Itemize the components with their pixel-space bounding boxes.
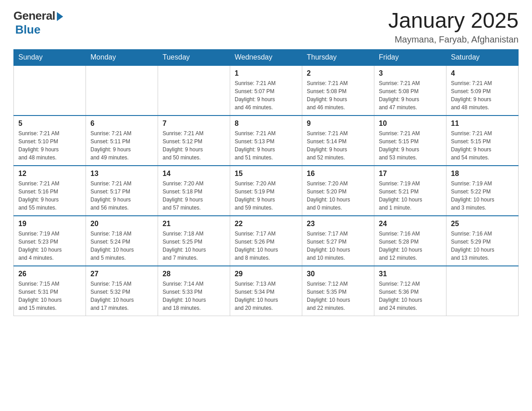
calendar-day-cell <box>14 65 86 116</box>
logo-general-text: General <box>13 9 55 23</box>
calendar-day-cell: 31Sunrise: 7:12 AMSunset: 5:36 PMDayligh… <box>374 266 446 316</box>
calendar-day-cell <box>86 65 158 116</box>
calendar-day-cell <box>446 266 519 316</box>
calendar-day-cell: 8Sunrise: 7:21 AMSunset: 5:13 PMDaylight… <box>230 116 302 166</box>
day-info: Sunrise: 7:15 AMSunset: 5:32 PMDaylight:… <box>90 280 153 312</box>
calendar-day-cell: 6Sunrise: 7:21 AMSunset: 5:11 PMDaylight… <box>86 116 158 166</box>
calendar-day-cell: 2Sunrise: 7:21 AMSunset: 5:08 PMDaylight… <box>302 65 374 116</box>
logo-arrow-icon <box>57 12 63 21</box>
day-number: 2 <box>307 69 369 77</box>
day-info: Sunrise: 7:12 AMSunset: 5:36 PMDaylight:… <box>379 280 442 312</box>
day-info: Sunrise: 7:16 AMSunset: 5:29 PMDaylight:… <box>451 230 514 262</box>
day-info: Sunrise: 7:19 AMSunset: 5:22 PMDaylight:… <box>451 180 514 212</box>
calendar-day-cell: 15Sunrise: 7:20 AMSunset: 5:19 PMDayligh… <box>230 166 302 216</box>
day-info: Sunrise: 7:21 AMSunset: 5:13 PMDaylight:… <box>235 129 297 162</box>
day-number: 30 <box>307 270 369 278</box>
day-info: Sunrise: 7:13 AMSunset: 5:34 PMDaylight:… <box>235 280 297 312</box>
calendar-day-header: Sunday <box>14 49 86 65</box>
calendar-day-cell: 13Sunrise: 7:21 AMSunset: 5:17 PMDayligh… <box>86 166 158 216</box>
calendar-week-row: 1Sunrise: 7:21 AMSunset: 5:07 PMDaylight… <box>14 65 519 116</box>
day-number: 10 <box>379 120 442 128</box>
day-number: 7 <box>163 120 225 128</box>
day-info: Sunrise: 7:15 AMSunset: 5:31 PMDaylight:… <box>18 280 81 312</box>
calendar-day-cell: 21Sunrise: 7:18 AMSunset: 5:25 PMDayligh… <box>158 216 230 266</box>
title-section: January 2025 Maymana, Faryab, Afghanista… <box>388 9 519 45</box>
day-info: Sunrise: 7:21 AMSunset: 5:16 PMDaylight:… <box>18 180 81 212</box>
day-info: Sunrise: 7:21 AMSunset: 5:10 PMDaylight:… <box>18 129 81 162</box>
day-number: 1 <box>235 69 297 77</box>
day-info: Sunrise: 7:18 AMSunset: 5:25 PMDaylight:… <box>163 230 225 262</box>
day-number: 15 <box>235 170 297 178</box>
day-info: Sunrise: 7:21 AMSunset: 5:17 PMDaylight:… <box>90 180 153 212</box>
calendar-day-cell: 18Sunrise: 7:19 AMSunset: 5:22 PMDayligh… <box>446 166 519 216</box>
day-info: Sunrise: 7:17 AMSunset: 5:26 PMDaylight:… <box>235 230 297 262</box>
day-number: 24 <box>379 220 442 228</box>
calendar-day-cell: 28Sunrise: 7:14 AMSunset: 5:33 PMDayligh… <box>158 266 230 316</box>
calendar-day-cell: 24Sunrise: 7:16 AMSunset: 5:28 PMDayligh… <box>374 216 446 266</box>
day-number: 12 <box>18 170 81 178</box>
day-number: 26 <box>18 270 81 278</box>
calendar-day-cell: 4Sunrise: 7:21 AMSunset: 5:09 PMDaylight… <box>446 65 519 116</box>
day-number: 25 <box>451 220 514 228</box>
calendar-week-row: 5Sunrise: 7:21 AMSunset: 5:10 PMDaylight… <box>14 116 519 166</box>
day-number: 17 <box>379 170 442 178</box>
calendar-day-header: Saturday <box>446 49 519 65</box>
calendar-day-cell: 12Sunrise: 7:21 AMSunset: 5:16 PMDayligh… <box>14 166 86 216</box>
calendar-day-cell: 30Sunrise: 7:12 AMSunset: 5:35 PMDayligh… <box>302 266 374 316</box>
logo: General Blue <box>13 9 63 37</box>
day-number: 4 <box>451 69 514 77</box>
day-info: Sunrise: 7:20 AMSunset: 5:18 PMDaylight:… <box>163 180 225 212</box>
day-number: 5 <box>18 120 81 128</box>
day-number: 27 <box>90 270 153 278</box>
calendar-day-cell: 23Sunrise: 7:17 AMSunset: 5:27 PMDayligh… <box>302 216 374 266</box>
day-info: Sunrise: 7:12 AMSunset: 5:35 PMDaylight:… <box>307 280 369 312</box>
calendar-day-cell <box>158 65 230 116</box>
day-number: 20 <box>90 220 153 228</box>
day-number: 23 <box>307 220 369 228</box>
calendar-day-cell: 26Sunrise: 7:15 AMSunset: 5:31 PMDayligh… <box>14 266 86 316</box>
day-number: 31 <box>379 270 442 278</box>
calendar-day-cell: 11Sunrise: 7:21 AMSunset: 5:15 PMDayligh… <box>446 116 519 166</box>
calendar-day-cell: 5Sunrise: 7:21 AMSunset: 5:10 PMDaylight… <box>14 116 86 166</box>
day-info: Sunrise: 7:16 AMSunset: 5:28 PMDaylight:… <box>379 230 442 262</box>
calendar-day-cell: 10Sunrise: 7:21 AMSunset: 5:15 PMDayligh… <box>374 116 446 166</box>
calendar-header-row: SundayMondayTuesdayWednesdayThursdayFrid… <box>14 49 519 65</box>
day-number: 21 <box>163 220 225 228</box>
logo-blue-text: Blue <box>15 23 40 37</box>
day-number: 3 <box>379 69 442 77</box>
day-number: 8 <box>235 120 297 128</box>
day-number: 9 <box>307 120 369 128</box>
calendar-day-header: Tuesday <box>158 49 230 65</box>
day-info: Sunrise: 7:21 AMSunset: 5:12 PMDaylight:… <box>163 129 225 162</box>
calendar-day-cell: 19Sunrise: 7:19 AMSunset: 5:23 PMDayligh… <box>14 216 86 266</box>
day-number: 22 <box>235 220 297 228</box>
calendar-day-header: Friday <box>374 49 446 65</box>
day-number: 28 <box>163 270 225 278</box>
calendar-table: SundayMondayTuesdayWednesdayThursdayFrid… <box>13 49 519 316</box>
day-info: Sunrise: 7:20 AMSunset: 5:20 PMDaylight:… <box>307 180 369 212</box>
day-number: 29 <box>235 270 297 278</box>
day-info: Sunrise: 7:20 AMSunset: 5:19 PMDaylight:… <box>235 180 297 212</box>
calendar-day-cell: 9Sunrise: 7:21 AMSunset: 5:14 PMDaylight… <box>302 116 374 166</box>
calendar-day-cell: 27Sunrise: 7:15 AMSunset: 5:32 PMDayligh… <box>86 266 158 316</box>
day-info: Sunrise: 7:21 AMSunset: 5:07 PMDaylight:… <box>235 79 297 111</box>
day-number: 16 <box>307 170 369 178</box>
calendar-day-cell: 7Sunrise: 7:21 AMSunset: 5:12 PMDaylight… <box>158 116 230 166</box>
day-number: 18 <box>451 170 514 178</box>
calendar-day-header: Wednesday <box>230 49 302 65</box>
calendar-day-cell: 16Sunrise: 7:20 AMSunset: 5:20 PMDayligh… <box>302 166 374 216</box>
location-text: Maymana, Faryab, Afghanistan <box>388 34 519 45</box>
day-info: Sunrise: 7:21 AMSunset: 5:15 PMDaylight:… <box>379 129 442 162</box>
day-info: Sunrise: 7:21 AMSunset: 5:14 PMDaylight:… <box>307 129 369 162</box>
day-info: Sunrise: 7:21 AMSunset: 5:08 PMDaylight:… <box>307 79 369 111</box>
day-number: 14 <box>163 170 225 178</box>
calendar-day-cell: 25Sunrise: 7:16 AMSunset: 5:29 PMDayligh… <box>446 216 519 266</box>
calendar-week-row: 12Sunrise: 7:21 AMSunset: 5:16 PMDayligh… <box>14 166 519 216</box>
calendar-day-cell: 17Sunrise: 7:19 AMSunset: 5:21 PMDayligh… <box>374 166 446 216</box>
calendar-day-header: Thursday <box>302 49 374 65</box>
calendar-week-row: 26Sunrise: 7:15 AMSunset: 5:31 PMDayligh… <box>14 266 519 316</box>
day-info: Sunrise: 7:21 AMSunset: 5:15 PMDaylight:… <box>451 129 514 162</box>
page-header: General Blue January 2025 Maymana, Farya… <box>13 9 519 45</box>
day-info: Sunrise: 7:17 AMSunset: 5:27 PMDaylight:… <box>307 230 369 262</box>
day-info: Sunrise: 7:19 AMSunset: 5:21 PMDaylight:… <box>379 180 442 212</box>
